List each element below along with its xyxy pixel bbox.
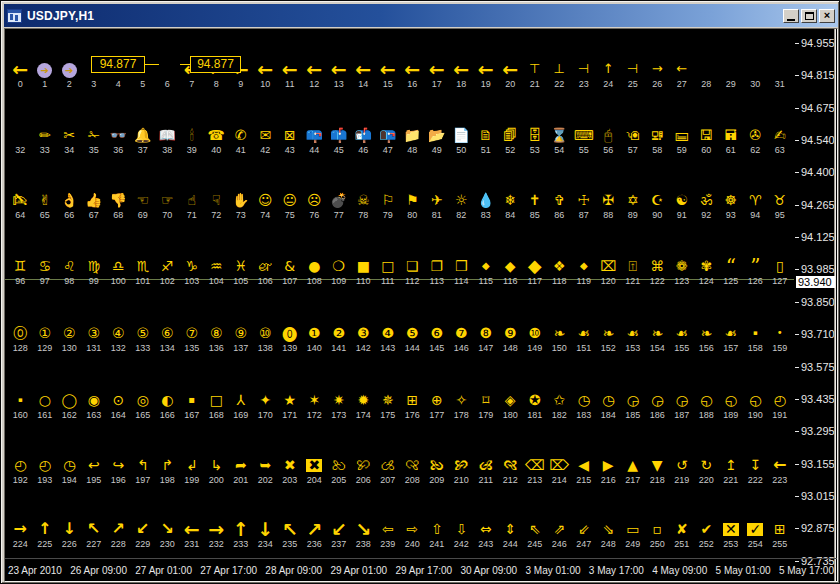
right-window-edge [834,29,835,581]
symbol-code-number: 199 [180,475,205,485]
symbol-cell: ✠88 [596,190,621,220]
wingdings-glyph-icon: ◆ [523,256,548,276]
wingdings-glyph-icon: & [278,256,303,276]
symbol-code-number: 136 [204,343,229,353]
wingdings-glyph-icon: ↙ [327,519,352,539]
wingdings-glyph-icon: ↑ [33,519,58,539]
title-bar[interactable]: USDJPY,H1 × [4,4,838,27]
time-tick-label: 30 Apr 09:00 [460,564,517,576]
wingdings-glyph-icon: ☸ [719,190,744,210]
symbol-cell: ⇕244 [498,519,523,549]
chart-icon[interactable] [7,9,22,23]
symbol-cell: 👌66 [57,190,82,220]
symbol-cell: ◆117 [523,256,548,286]
symbol-code-number: 112 [400,276,425,286]
bid-price-highlight: 93.940 [796,276,835,288]
symbol-code-number: 160 [8,410,33,420]
symbol-cell: 📭47 [376,125,401,155]
wingdings-glyph-icon: ❼ [449,323,474,343]
symbol-code-number: 37 [131,145,156,155]
symbol-cell: ⊙164 [106,390,131,420]
wingdings-glyph-icon: ↘ [351,519,376,539]
right-price-label-object[interactable]: 94.877 [190,56,241,73]
wingdings-glyph-icon: ★ [278,390,303,410]
symbol-code-number: 2 [57,79,82,89]
wingdings-glyph-icon: ♓ [229,256,254,276]
symbol-cell: ↳200 [204,455,229,485]
left-price-label-object[interactable]: 94.877 [91,56,145,73]
symbol-cell: ❶140 [302,323,327,353]
symbol-code-number: 190 [743,410,768,420]
wingdings-glyph-icon: ↱ [155,455,180,475]
symbol-code-number: 108 [302,276,327,286]
chart-plot-area[interactable]: 94.877 94.877 ←0➔1➔23456←7←8←9←10←11←12←… [5,29,794,556]
wingdings-glyph-icon: ▪ [8,390,33,410]
symbol-cell: ←223 [768,455,793,485]
window-title: USDJPY,H1 [27,9,94,23]
symbol-code-number: 251 [670,539,695,549]
symbol-cell: ⊕177 [425,390,450,420]
symbol-cell: ◀215 [572,455,597,485]
wingdings-glyph-icon: ③ [82,323,107,343]
wingdings-glyph-icon: ← [278,59,303,79]
symbol-cell: ❸142 [351,323,376,353]
wingdings-glyph-icon: ← [302,59,327,79]
symbol-cell: ✋73 [229,190,254,220]
symbol-cell: 🙢207 [376,455,401,485]
wingdings-glyph-icon: ⌛ [547,125,572,145]
wingdings-glyph-icon: ♌ [57,256,82,276]
symbol-row: ⓪128①129②130③131④132⑤133⑥134⑦135⑧136⑨137… [8,323,792,353]
wingdings-glyph-icon: ❧ [645,323,670,343]
symbol-cell: ☹76 [302,190,327,220]
wingdings-glyph-icon: ⇕ [498,519,523,539]
symbol-code-number: 83 [474,210,499,220]
wingdings-glyph-icon: ☹ [302,190,327,210]
symbol-code-number: 155 [670,343,695,353]
symbol-cell: ↺219 [670,455,695,485]
symbol-cell: ○161 [33,390,58,420]
symbol-cell: ⌫213 [523,455,548,485]
symbol-code-number: 233 [229,539,254,549]
wingdings-glyph-icon: 🙰 [253,256,278,276]
wingdings-glyph-icon: ❻ [425,323,450,343]
wingdings-glyph-icon: 🖫 [694,125,719,145]
wingdings-glyph-icon: 👓 [106,125,131,145]
symbol-cell: ←15 [376,59,401,89]
wingdings-glyph-icon: → [8,519,33,539]
symbol-code-number: 44 [302,145,327,155]
symbol-code-number: 12 [302,79,327,89]
symbol-cell: ”126 [743,256,768,286]
symbol-code-number: 23 [572,79,597,89]
minimize-button[interactable] [783,9,799,23]
symbol-cell: ☼82 [449,190,474,220]
wingdings-glyph-icon: ⑥ [155,323,180,343]
symbol-cell: ◆116 [498,256,523,286]
symbol-code-number: 139 [278,343,303,353]
symbol-code-number: 58 [645,145,670,155]
symbol-cell: ☎40 [204,125,229,155]
wingdings-glyph-icon: ↳ [204,455,229,475]
wingdings-glyph-icon: ↙ [131,519,156,539]
symbol-cell: 🙰106 [253,256,278,286]
symbol-code-number: 254 [743,539,768,549]
close-button[interactable]: × [819,9,835,23]
wingdings-glyph-icon: ♎ [106,256,131,276]
symbol-code-number: 133 [131,343,156,353]
symbol-code-number: 71 [180,210,205,220]
symbol-code-number: 147 [474,343,499,353]
wingdings-glyph-icon: ✋ [229,190,254,210]
wingdings-glyph-icon: ♋ [33,256,58,276]
symbol-cell: ❍109 [327,256,352,286]
wingdings-glyph-icon: ❾ [498,323,523,343]
symbol-cell: □111 [376,256,401,286]
symbol-code-number: 157 [719,343,744,353]
symbol-cell: ◆115 [474,256,499,286]
maximize-button[interactable] [801,9,817,23]
symbol-code-number: 87 [572,210,597,220]
symbol-cell: ←13 [327,59,352,89]
wingdings-glyph-icon: ✖ [278,455,303,475]
symbol-cell: 👍67 [82,190,107,220]
symbol-code-number: 114 [449,276,474,286]
wingdings-glyph-icon: ☙ [670,323,695,343]
wingdings-glyph-icon: ⑧ [204,323,229,343]
